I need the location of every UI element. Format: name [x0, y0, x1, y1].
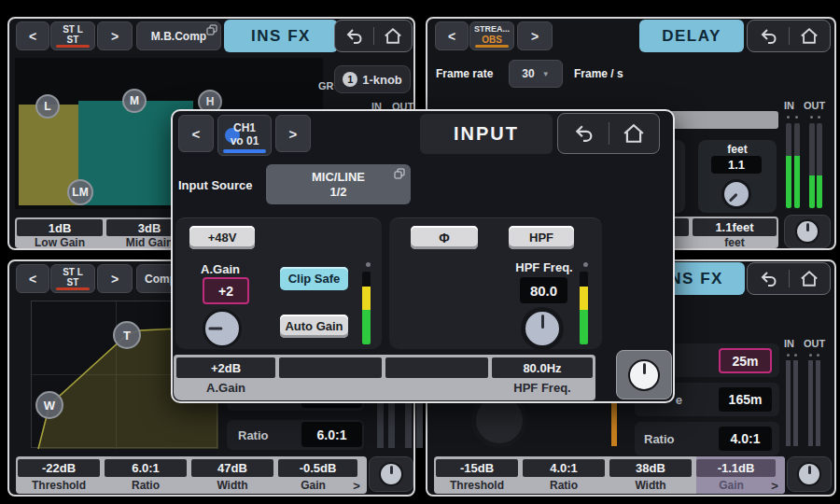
undo-button[interactable]	[567, 114, 599, 153]
again-value[interactable]: +2	[203, 277, 249, 304]
channel-select-button[interactable]: CH1 vo 01	[217, 115, 272, 156]
in-meter-label: IN	[784, 100, 794, 111]
undo-button[interactable]	[752, 263, 784, 294]
channel-select-button[interactable]: ST LST	[50, 21, 95, 50]
again-card: +48V A.Gain +2 Clip Safe Auto Gain	[175, 217, 382, 349]
input-source-button[interactable]: MIC/LINE 1/2	[266, 164, 411, 204]
channel-color-bar	[475, 45, 509, 48]
preset-button[interactable]: M.B.Comp	[136, 21, 221, 50]
low-gain-label: Low Gain	[17, 236, 103, 248]
home-button[interactable]	[618, 114, 650, 153]
width-label: Width	[191, 479, 273, 492]
empty-strip-cell[interactable]	[279, 357, 382, 378]
copy-icon	[394, 168, 405, 179]
prev-channel-button[interactable]: <	[16, 21, 49, 50]
threshold-handle[interactable]: T	[113, 321, 141, 349]
hpf-freq-value[interactable]: 80.0	[520, 277, 567, 303]
one-knob-button[interactable]: 1 1-knob	[334, 65, 411, 93]
undo-icon	[759, 271, 777, 287]
nav-group	[747, 20, 831, 52]
home-icon	[800, 270, 819, 287]
parameter-strip: -22dB Threshold 6.0:1 Ratio 47dB Width -…	[16, 456, 367, 494]
home-button[interactable]	[793, 263, 825, 294]
threshold-value[interactable]: -15dB	[436, 459, 518, 477]
hpf-freq-knob[interactable]	[521, 307, 564, 350]
release-value[interactable]: 165m	[719, 387, 772, 412]
chevron-right-icon: >	[111, 272, 119, 287]
again-strip-value[interactable]: +2dB	[176, 357, 275, 378]
prev-channel-button[interactable]: <	[178, 115, 214, 152]
channel-select-button[interactable]: STREA... OBS	[469, 21, 514, 50]
delay-feet-label: feet	[693, 236, 777, 248]
touch-and-turn-knob[interactable]	[784, 215, 831, 248]
undo-button[interactable]	[752, 21, 784, 51]
dialog-title: INPUT	[420, 114, 553, 154]
touch-and-turn-knob[interactable]	[369, 456, 413, 492]
width-handle[interactable]: W	[35, 391, 63, 419]
chevron-left-icon: <	[29, 272, 36, 287]
feet-knob[interactable]	[721, 179, 751, 209]
phantom-48v-button[interactable]: +48V	[189, 226, 255, 249]
selected-param-value[interactable]: 25m	[719, 348, 772, 373]
home-button[interactable]	[793, 21, 825, 51]
chevron-right-icon[interactable]: >	[768, 479, 781, 492]
chevron-right-icon: >	[289, 126, 298, 142]
gr-meter-label: GR	[318, 80, 334, 91]
hpf-strip-label: HPF Freq.	[492, 380, 593, 395]
width-value[interactable]: 47dB	[191, 459, 273, 477]
clip-safe-button[interactable]: Clip Safe	[280, 267, 348, 290]
again-level-meter	[362, 272, 371, 344]
chevron-left-icon: <	[448, 29, 455, 44]
width-value[interactable]: 38dB	[609, 459, 692, 477]
chevron-left-icon: <	[192, 126, 201, 142]
touch-and-turn-knob[interactable]	[787, 456, 832, 492]
ratio-row: Ratio 4.0:1	[635, 422, 779, 455]
hpf-button[interactable]: HPF	[509, 226, 574, 249]
next-channel-button[interactable]: >	[97, 264, 133, 293]
feet-value[interactable]: 1.1	[711, 156, 762, 174]
ratio-value[interactable]: 4.0:1	[719, 427, 772, 451]
threshold-label: Threshold	[436, 479, 518, 492]
gain-value[interactable]: -1.1dB	[696, 459, 776, 477]
mid-band-handle[interactable]: M	[122, 89, 147, 113]
low-band-handle[interactable]: L	[35, 94, 60, 119]
low-gain-value[interactable]: 1dB	[17, 219, 103, 236]
threshold-label: Threshold	[18, 479, 100, 492]
input-dialog: < CH1 vo 01 > INPUT Input Source MIC/LIN…	[171, 109, 675, 403]
again-knob[interactable]	[203, 309, 242, 348]
ratio-value[interactable]: 6.0:1	[301, 422, 362, 447]
next-channel-button[interactable]: >	[97, 21, 133, 50]
undo-icon	[344, 28, 363, 45]
frame-rate-dropdown[interactable]: 30 ▼	[509, 60, 563, 88]
again-strip-label: A.Gain	[176, 380, 275, 395]
feet-label: feet	[698, 143, 777, 156]
undo-button[interactable]	[338, 21, 370, 51]
page-title: DELAY	[639, 20, 744, 52]
delay-feet-value[interactable]: 1.1feet	[693, 218, 777, 236]
input-source-label: Input Source	[178, 178, 252, 192]
threshold-value[interactable]: -22dB	[18, 459, 100, 477]
auto-gain-button[interactable]: Auto Gain	[280, 315, 348, 338]
prev-channel-button[interactable]: <	[435, 21, 469, 50]
gain-value[interactable]: -0.5dB	[278, 459, 357, 477]
copy-icon	[206, 24, 217, 35]
channel-select-button[interactable]: ST LST	[50, 264, 95, 293]
ratio-value[interactable]: 4.0:1	[523, 459, 605, 477]
hpf-strip-value[interactable]: 80.0Hz	[492, 357, 593, 378]
ratio-label: Ratio	[644, 432, 675, 446]
prev-channel-button[interactable]: <	[16, 264, 49, 293]
low-mid-crossover-handle[interactable]: LM	[67, 179, 93, 205]
touch-and-turn-knob[interactable]	[616, 350, 672, 399]
next-channel-button[interactable]: >	[517, 21, 553, 50]
ratio-label: Ratio	[105, 479, 187, 492]
next-channel-button[interactable]: >	[275, 115, 311, 152]
empty-strip-cell[interactable]	[385, 357, 488, 378]
chevron-right-icon[interactable]: >	[350, 479, 363, 492]
in-meter-label: IN	[784, 338, 794, 349]
ratio-value[interactable]: 6.0:1	[105, 459, 187, 477]
home-button[interactable]	[377, 21, 409, 51]
undo-icon	[759, 28, 777, 45]
again-label: A.Gain	[190, 262, 250, 276]
hpf-freq-label: HPF Freq.	[513, 260, 575, 274]
phase-button[interactable]: Φ	[411, 226, 478, 249]
